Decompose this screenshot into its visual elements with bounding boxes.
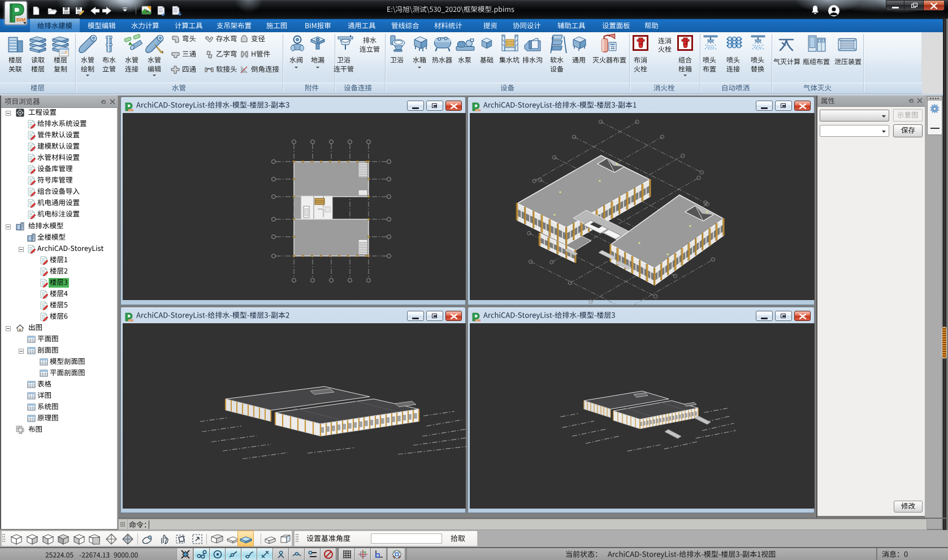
svg-text:BIM: BIM (128, 108, 134, 112)
svg-text:BIM: BIM (128, 319, 134, 322)
svg-text:BIM: BIM (475, 108, 481, 112)
svg-text:BIM: BIM (475, 319, 481, 322)
